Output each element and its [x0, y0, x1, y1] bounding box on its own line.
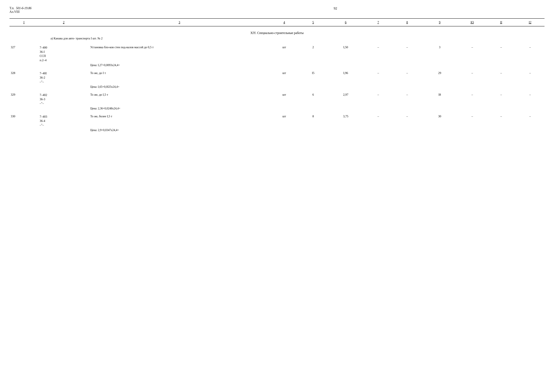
header-code-value: 501-6-19.86 [16, 6, 31, 10]
header-code-line: Т.п.501-6-19.86 [9, 6, 31, 10]
row-328-qty: I5 [299, 69, 328, 85]
al-label: Ал.VIII [9, 10, 31, 14]
col-header-5: 5 [299, 19, 328, 26]
row-329-col10: – [458, 91, 487, 106]
page-header: Т.п.501-6-19.86 Ал.VIII 92 [9, 6, 545, 14]
row-327-col8: – [393, 43, 422, 63]
table-row: 329 7–402 36-3 –"– То же, до I,5 т шт 6 … [9, 91, 545, 106]
row-328-price-formula: Цена: I,65+0,0I25х24,4= [89, 85, 270, 91]
row-328-price1: I,96 [328, 69, 364, 85]
row-330-price-formula: Цена: 2,9+0,0347х24,4= [89, 128, 270, 134]
row-328-code: 7–40I 36-2 –"– [38, 69, 89, 85]
row-328-unit: шт [270, 69, 299, 85]
row-329-col7: – [364, 91, 393, 106]
column-headers: I 2 3 4 5 6 7 8 9 IO II I2 [9, 19, 545, 26]
row-330-col9: 30 [422, 112, 458, 128]
row-329-price-row: Цена: 2,36+0,0248х24,4= [9, 106, 545, 112]
row-330-col7: – [364, 112, 393, 128]
col-header-4: 4 [270, 19, 299, 26]
col-header-1: I [9, 19, 38, 26]
col-header-9: 9 [422, 19, 458, 26]
row-328-col12: – [516, 69, 545, 85]
section-title: XIY. Специально-строительные работы [9, 26, 545, 36]
row-328-desc: То же, до I т [89, 69, 270, 85]
row-328-col7: – [364, 69, 393, 85]
row-327-col7: – [364, 43, 393, 63]
row-330-col12: – [516, 112, 545, 128]
row-330-code: 7–403 36-4 –"– [38, 112, 89, 128]
col-header-3: 3 [89, 19, 270, 26]
row-329-num: 329 [9, 91, 38, 106]
row-329-price1: 2,97 [328, 91, 364, 106]
page-number: 92 [31, 6, 545, 10]
col-header-10: IO [458, 19, 487, 26]
row-329-col9: I8 [422, 91, 458, 106]
row-330-col11: – [487, 112, 516, 128]
row-327-col9: 3 [422, 43, 458, 63]
row-329-col12: – [516, 91, 545, 106]
row-329-code: 7–402 36-3 –"– [38, 91, 89, 106]
row-328-num: 328 [9, 69, 38, 85]
section-title-row: XIY. Специально-строительные работы [9, 26, 545, 36]
row-330-num: 330 [9, 112, 38, 128]
row-329-col8: – [393, 91, 422, 106]
header-left: Т.п.501-6-19.86 Ал.VIII [9, 6, 31, 14]
row-327-price-row: Цена: I,27+0,0093х24,4= [9, 63, 545, 69]
subsection-title-row: а) Канава для авто- транспорта I шт. № 2 [9, 36, 545, 43]
table-row: 327 7–400 36-I ССП п.2–4 Установка бло-к… [9, 43, 545, 63]
row-327-price-formula: Цена: I,27+0,0093х24,4= [89, 63, 270, 69]
row-328-col8: – [393, 69, 422, 85]
row-329-qty: 6 [299, 91, 328, 106]
row-327-col11: – [487, 43, 516, 63]
row-327-qty: 2 [299, 43, 328, 63]
row-330-unit: шт [270, 112, 299, 128]
row-330-qty: 8 [299, 112, 328, 128]
col-header-11: II [487, 19, 516, 26]
row-329-price-formula: Цена: 2,36+0,0248х24,4= [89, 106, 270, 112]
col-header-7: 7 [364, 19, 393, 26]
col-header-2: 2 [38, 19, 89, 26]
col-header-8: 8 [393, 19, 422, 26]
row-328-col11: – [487, 69, 516, 85]
subsection-title: а) Канава для авто- транспорта I шт. № 2 [9, 36, 545, 43]
row-328-price-row: Цена: I,65+0,0I25х24,4= [9, 85, 545, 91]
row-330-price1: 3,75 [328, 112, 364, 128]
row-327-code: 7–400 36-I ССП п.2–4 [38, 43, 89, 63]
tp-label: Т.п. [9, 6, 14, 10]
table-row: 330 7–403 36-4 –"– То же, более I,5 т шт… [9, 112, 545, 128]
table-row: 328 7–40I 36-2 –"– То же, до I т шт I5 I… [9, 69, 545, 85]
row-327-unit: шт [270, 43, 299, 63]
row-328-col9: 29 [422, 69, 458, 85]
row-327-desc: Установка бло-ков стен под-валов массой … [89, 43, 270, 63]
row-329-col11: – [487, 91, 516, 106]
row-330-price-row: Цена: 2,9+0,0347х24,4= [9, 128, 545, 134]
row-327-col12: – [516, 43, 545, 63]
row-327-num: 327 [9, 43, 38, 63]
row-327-col10: – [458, 43, 487, 63]
row-328-col10: – [458, 69, 487, 85]
row-330-desc: То же, более I,5 т [89, 112, 270, 128]
row-329-unit: шт [270, 91, 299, 106]
col-header-12: I2 [516, 19, 545, 26]
row-330-col10: – [458, 112, 487, 128]
row-327-price1: I,50 [328, 43, 364, 63]
row-329-desc: То же, до I,5 т [89, 91, 270, 106]
main-table: I 2 3 4 5 6 7 8 9 IO II I2 XIY. Специаль… [9, 18, 545, 134]
row-330-col8: – [393, 112, 422, 128]
col-header-6: 6 [328, 19, 364, 26]
